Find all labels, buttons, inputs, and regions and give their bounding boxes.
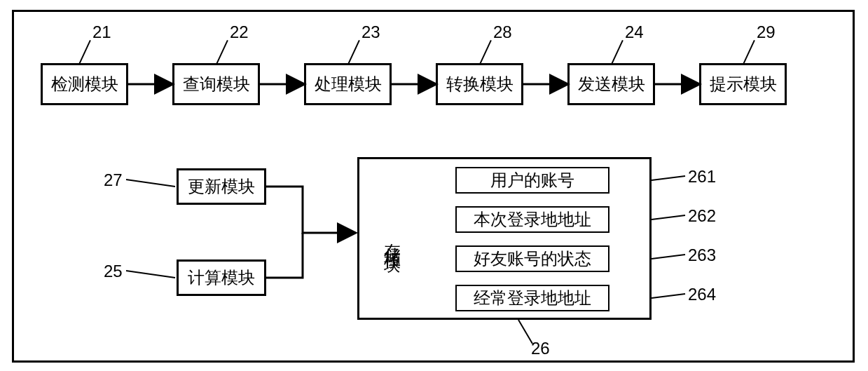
num-21: 21 (92, 22, 111, 42)
num-264: 264 (688, 285, 716, 304)
box-23: 处理模块 (304, 63, 392, 105)
num-24: 24 (625, 22, 644, 42)
num-263: 263 (688, 245, 716, 265)
box-27: 更新模块 (177, 168, 266, 205)
diagram-canvas: 检测模块 查询模块 处理模块 转换模块 发送模块 提示模块 21 22 23 2… (0, 0, 868, 371)
num-28: 28 (493, 22, 512, 42)
box-24: 发送模块 (567, 63, 655, 105)
box-28: 转换模块 (436, 63, 523, 105)
box-21: 检测模块 (41, 63, 128, 105)
box-25: 计算模块 (177, 259, 266, 296)
num-262: 262 (688, 206, 716, 226)
num-22: 22 (230, 22, 249, 42)
num-25: 25 (104, 262, 123, 281)
box-29: 提示模块 (699, 63, 787, 105)
box-22: 查询模块 (172, 63, 260, 105)
box-264: 经常登录地地址 (455, 285, 609, 311)
label-26-title: 存储模块 (383, 230, 401, 247)
num-26: 26 (531, 339, 550, 358)
box-263: 好友账号的状态 (455, 245, 609, 272)
num-261: 261 (688, 167, 716, 187)
num-29: 29 (757, 22, 776, 42)
box-261: 用户的账号 (455, 167, 609, 194)
num-27: 27 (104, 170, 123, 190)
box-262: 本次登录地地址 (455, 206, 609, 233)
num-23: 23 (361, 22, 380, 42)
